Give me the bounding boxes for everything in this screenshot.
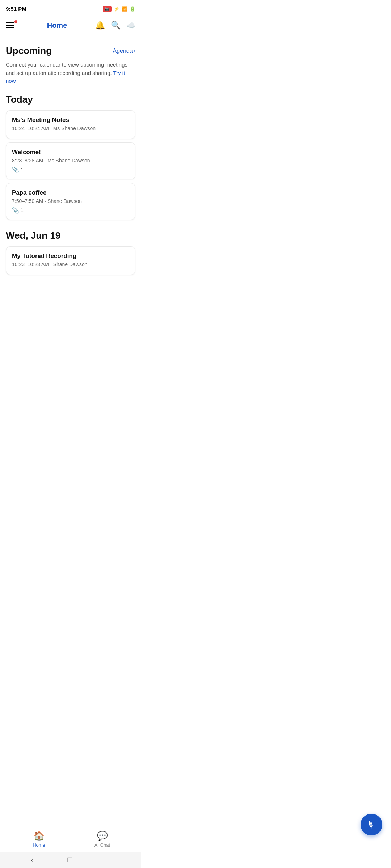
battery-icon: 🔋 — [130, 6, 135, 12]
meeting-actions-3: 📎 1 — [12, 207, 129, 214]
menu-notification-dot — [14, 20, 17, 23]
meeting-actions-2: 📎 1 — [12, 166, 129, 173]
header-divider — [0, 38, 141, 38]
clip-icon-3: 📎 — [12, 207, 19, 214]
status-time: 9:51 PM — [6, 6, 26, 12]
menu-line-2 — [6, 25, 14, 26]
upload-icon[interactable]: ☁️ — [126, 21, 135, 30]
header-title: Home — [47, 21, 67, 30]
recording-badge: 📷 — [103, 6, 112, 12]
wed-section: Wed, Jun 19 My Tutorial Recording 10:23–… — [6, 230, 135, 275]
status-icons: 📷 ⚡ 📶 🔋 — [103, 6, 135, 12]
meeting-card-2[interactable]: Welcome! 8:28–8:28 AM · Ms Shane Dawson … — [6, 142, 135, 179]
upcoming-section: Upcoming Agenda › Connect your calendar … — [6, 39, 135, 85]
clip-icon-2: 📎 — [12, 166, 19, 173]
main-content: Upcoming Agenda › Connect your calendar … — [0, 39, 141, 315]
meeting-title-2: Welcome! — [12, 149, 129, 156]
notification-icon[interactable]: 🔔 — [95, 21, 105, 30]
meeting-card-1[interactable]: Ms's Meeting Notes 10:24–10:24 AM · Ms S… — [6, 110, 135, 139]
search-icon[interactable]: 🔍 — [111, 21, 121, 30]
meeting-title-wed-1: My Tutorial Recording — [12, 252, 129, 260]
clip-count-2: 1 — [21, 167, 24, 173]
time-text: 9:51 PM — [6, 6, 26, 12]
meeting-card-wed-1[interactable]: My Tutorial Recording 10:23–10:23 AM · S… — [6, 246, 135, 275]
upcoming-title: Upcoming — [6, 45, 52, 56]
connect-calendar-text: Connect your calendar to view upcoming m… — [6, 61, 135, 85]
meeting-title-1: Ms's Meeting Notes — [12, 116, 129, 124]
meeting-title-3: Papa coffee — [12, 189, 129, 196]
meeting-meta-2: 8:28–8:28 AM · Ms Shane Dawson — [12, 158, 129, 163]
meeting-card-3[interactable]: Papa coffee 7:50–7:50 AM · Shane Dawson … — [6, 183, 135, 220]
agenda-link[interactable]: Agenda › — [113, 48, 136, 54]
app-header: Home 🔔 🔍 ☁️ — [0, 16, 141, 36]
clip-count-3: 1 — [21, 207, 24, 213]
menu-button[interactable] — [6, 19, 19, 32]
wifi-icon: 📶 — [122, 6, 127, 12]
connect-text-body: Connect your calendar to view upcoming m… — [6, 61, 127, 76]
meeting-meta-1: 10:24–10:24 AM · Ms Shane Dawson — [12, 125, 129, 131]
meeting-meta-wed-1: 10:23–10:23 AM · Shane Dawson — [12, 261, 129, 267]
today-section: Today Ms's Meeting Notes 10:24–10:24 AM … — [6, 94, 135, 220]
header-actions: 🔔 🔍 ☁️ — [95, 21, 135, 30]
camera-icon: 📷 — [105, 7, 110, 11]
status-bar: 9:51 PM 📷 ⚡ 📶 🔋 — [0, 0, 141, 16]
meeting-meta-3: 7:50–7:50 AM · Shane Dawson — [12, 198, 129, 204]
upcoming-header: Upcoming Agenda › — [6, 39, 135, 56]
chevron-right-icon: › — [134, 48, 135, 54]
today-title: Today — [6, 94, 135, 105]
wed-date-title: Wed, Jun 19 — [6, 230, 135, 241]
menu-line-3 — [6, 27, 14, 28]
menu-line-1 — [6, 22, 14, 23]
agenda-label: Agenda — [113, 48, 133, 54]
bluetooth-icon: ⚡ — [114, 6, 119, 12]
